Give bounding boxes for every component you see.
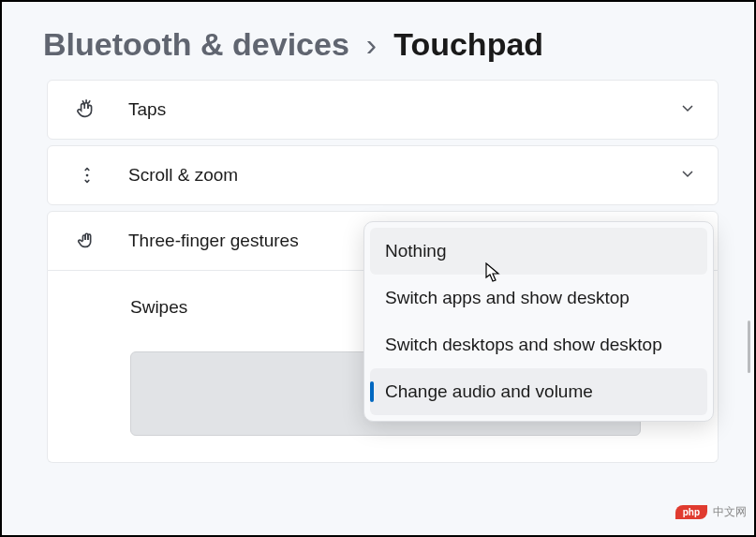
watermark: php 中文网 [675, 504, 747, 520]
svg-point-0 [86, 174, 89, 177]
watermark-logo: php [675, 505, 707, 519]
chevron-down-icon [680, 166, 695, 185]
dropdown-item-audio-volume[interactable]: Change audio and volume [370, 368, 707, 415]
hand-icon [74, 231, 100, 251]
card-taps-label: Taps [128, 99, 652, 120]
card-scroll-zoom-label: Scroll & zoom [128, 165, 652, 186]
scroll-icon [74, 165, 100, 186]
chevron-down-icon [680, 100, 695, 119]
tap-icon [74, 99, 100, 120]
breadcrumb-current: Touchpad [393, 26, 543, 63]
breadcrumb-parent[interactable]: Bluetooth & devices [43, 26, 349, 63]
card-scroll-zoom[interactable]: Scroll & zoom [47, 145, 719, 205]
dropdown-item-switch-desktops[interactable]: Switch desktops and show desktop [370, 321, 707, 368]
chevron-right-icon: › [366, 26, 377, 63]
dropdown-item-switch-apps[interactable]: Switch apps and show desktop [370, 275, 707, 321]
dropdown-item-nothing[interactable]: Nothing [370, 228, 707, 275]
card-taps[interactable]: Taps [47, 80, 719, 140]
scrollbar[interactable] [748, 321, 750, 373]
breadcrumb: Bluetooth & devices › Touchpad [2, 2, 754, 80]
swipes-dropdown[interactable]: Nothing Switch apps and show desktop Swi… [363, 221, 714, 422]
watermark-text: 中文网 [713, 504, 747, 520]
